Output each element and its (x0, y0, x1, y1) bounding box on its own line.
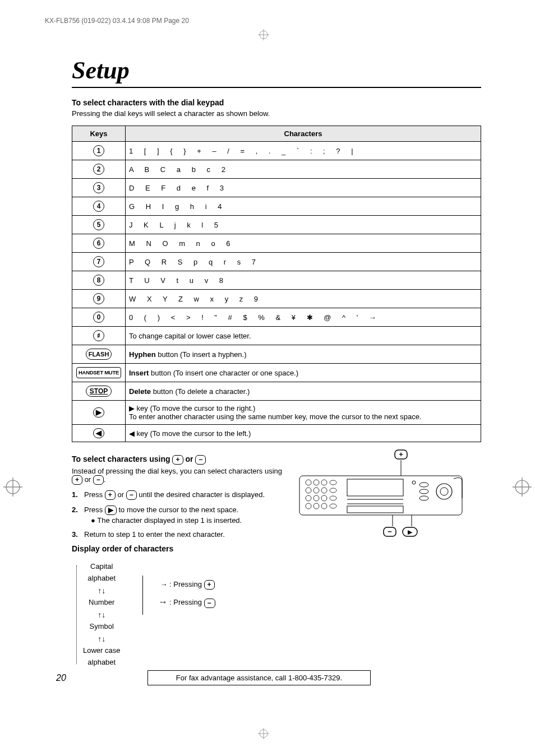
keypad-heading: To select characters with the dial keypa… (72, 98, 481, 107)
chars-6: M N O m n o 6 (126, 234, 481, 253)
right-desc: ▶ key (To move the cursor to the right.)… (126, 401, 481, 425)
plus-icon: + (72, 475, 82, 485)
hash-desc: To change capital or lower case letter. (126, 327, 481, 345)
svg-point-39 (419, 496, 428, 500)
col-keys: Keys (72, 126, 126, 142)
table-row: 8T U V t u v 8 (72, 271, 481, 290)
device-illustration: + (294, 448, 473, 669)
table-row: 2A B C a b c 2 (72, 160, 481, 179)
key-right-arrow: ▶ (93, 407, 104, 418)
svg-point-40 (436, 484, 452, 499)
register-mark-right (513, 477, 532, 497)
minus-icon: − (195, 455, 206, 465)
order-capital: Capital alphabet (83, 561, 120, 585)
table-row: 11 [ ] { } + – / = , . _ ` : ; ? | (72, 142, 481, 160)
order-lower: Lower case alphabet (83, 645, 120, 669)
table-row: 6M N O m n o 6 (72, 234, 481, 253)
svg-point-20 (306, 488, 311, 493)
page-footer: 20 For fax advantage assistance, call 1-… (56, 670, 465, 685)
key-flash: FLASH (86, 349, 112, 360)
key-5: 5 (93, 219, 105, 230)
chars-8: T U V t u v 8 (126, 271, 481, 290)
register-mark-left (3, 477, 22, 497)
key-0: 0 (93, 312, 105, 323)
order-legend: → : Pressing + ⤍ : Pressing − (142, 576, 215, 615)
svg-point-31 (330, 504, 336, 508)
svg-point-38 (419, 489, 428, 494)
svg-point-26 (321, 495, 327, 501)
svg-point-21 (313, 488, 319, 493)
order-symbol: Symbol (83, 621, 120, 633)
plusminus-intro: Instead of pressing the dial keys, you c… (72, 467, 285, 485)
key-2: 2 (93, 164, 105, 175)
svg-point-18 (321, 480, 327, 485)
key-hash: ♯ (93, 330, 104, 341)
section-title: Setup (72, 56, 481, 88)
svg-point-27 (330, 496, 336, 500)
svg-text:▶: ▶ (408, 528, 413, 535)
svg-point-37 (419, 483, 428, 487)
order-number: Number (83, 597, 120, 609)
step-1-body: Press + or − until the desired character… (84, 490, 285, 500)
left-desc: ◀ key (To move the cursor to the left.) (126, 425, 481, 442)
table-row: STOP Delete button (To delete a characte… (72, 382, 481, 401)
key-handset-mute: HANDSET MUTE (76, 367, 121, 378)
key-6: 6 (93, 238, 105, 249)
table-row: ▶ ▶ key (To move the cursor to the right… (72, 401, 481, 425)
key-1: 1 (93, 145, 105, 156)
svg-point-25 (313, 495, 319, 501)
chars-7: P Q R S p q r s 7 (126, 253, 481, 271)
svg-point-17 (313, 480, 319, 485)
assistance-text: For fax advantage assistance, call 1-800… (147, 670, 371, 685)
plus-icon: + (105, 490, 116, 500)
plus-icon: + (204, 580, 215, 590)
chars-4: G H I g h i 4 (126, 197, 481, 216)
key-8: 8 (93, 275, 105, 286)
step-2-num: 2. (72, 505, 81, 525)
table-row: 4G H I g h i 4 (72, 197, 481, 216)
doc-header: KX-FLB756 (019-022) 03.4.14 9:08 PM Page… (45, 17, 189, 25)
chars-1: 1 [ ] { } + – / = , . _ ` : ; ? | (126, 142, 481, 160)
col-chars: Characters (126, 126, 481, 142)
svg-rect-32 (347, 479, 403, 496)
chars-5: J K L j k l 5 (126, 216, 481, 234)
flash-desc: Hyphen button (To insert a hyphen.) (126, 345, 481, 364)
rotation-diagram: Capital alphabet ↑↓ Number ↑↓ Symbol ↑↓ … (72, 561, 120, 669)
handset-desc: Insert button (To insert one character o… (126, 364, 481, 382)
chars-0: 0 ( ) < > ! " # $ % & ¥ ✱ @ ^ ' → (126, 308, 481, 327)
minus-icon: − (204, 599, 215, 608)
svg-point-24 (306, 495, 311, 501)
key-7: 7 (93, 256, 105, 267)
char-table: Keys Characters 11 [ ] { } + – / = , . _… (72, 126, 481, 442)
page-number: 20 (56, 673, 66, 683)
key-9: 9 (93, 293, 105, 304)
step-3-num: 3. (72, 530, 81, 539)
key-4: 4 (93, 201, 105, 212)
table-row: HANDSET MUTE Insert button (To insert on… (72, 364, 481, 382)
plus-icon: + (172, 455, 183, 465)
svg-point-29 (313, 503, 319, 509)
key-left-arrow: ◀ (93, 428, 104, 438)
plusminus-heading: To select characters using + or − (72, 454, 285, 465)
svg-point-19 (330, 480, 336, 485)
stop-desc: Delete button (To delete a character.) (126, 382, 481, 401)
keypad-subtext: Pressing the dial keys will select a cha… (72, 109, 481, 118)
key-stop: STOP (86, 386, 112, 397)
table-row: ♯ To change capital or lower case letter… (72, 327, 481, 345)
register-mark-top (258, 29, 269, 40)
chars-3: D E F d e f 3 (126, 179, 481, 197)
step-2-body: Press ▶ to move the cursor to the next s… (84, 505, 285, 525)
register-mark-bottom (258, 728, 269, 739)
table-row: FLASH Hyphen button (To insert a hyphen.… (72, 345, 481, 364)
order-heading: Display order of characters (72, 544, 285, 553)
svg-point-22 (321, 488, 327, 493)
svg-text:+: + (399, 450, 403, 458)
svg-point-16 (306, 480, 311, 485)
chars-2: A B C a b c 2 (126, 160, 481, 179)
table-row: 7P Q R S p q r s 7 (72, 253, 481, 271)
table-row: 3D E F d e f 3 (72, 179, 481, 197)
chars-9: W X Y Z w x y z 9 (126, 290, 481, 308)
minus-icon: − (93, 475, 104, 485)
key-3: 3 (93, 182, 105, 193)
svg-rect-35 (347, 506, 403, 513)
